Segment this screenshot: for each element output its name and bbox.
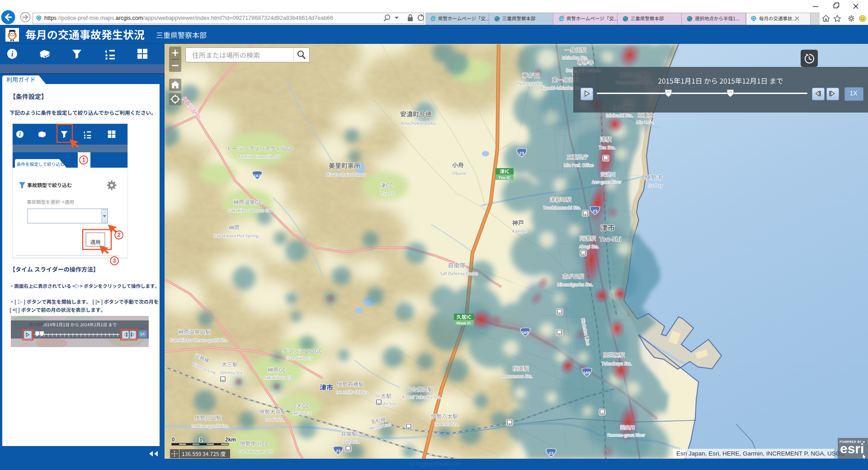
svg-text:All Rights Reserved: All Rights Reserved	[408, 461, 460, 467]
